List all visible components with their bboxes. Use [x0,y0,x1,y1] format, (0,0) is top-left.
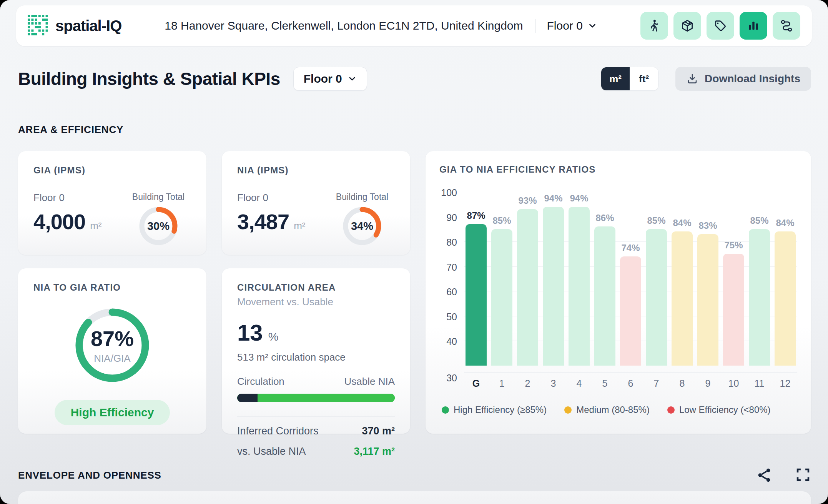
page-title: Building Insights & Spatial KPIs [18,68,280,89]
chart-bar [543,207,564,366]
nav-analytics-button[interactable] [740,12,767,40]
unit-toggle-m2[interactable]: m² [601,67,630,90]
building-address: 18 Hanover Square, Clerkenwell, London E… [165,19,523,32]
legend-item: Medium (80-85%) [564,404,650,415]
nav-routes-button[interactable] [773,12,800,40]
chart-bar [775,231,796,366]
circulation-bar-left-label: Circulation [237,376,284,388]
stat-label: vs. Usable NIA [237,446,306,457]
floor-dropdown-label: Floor 0 [304,72,342,85]
circulation-pct-unit: % [268,330,279,343]
circulation-description: 513 m² circulation space [237,351,395,363]
chart-bar [517,209,538,366]
x-axis-tick-label: G [466,378,487,389]
download-insights-label: Download Insights [705,73,800,85]
bar-value-label: 84% [776,218,794,228]
chart-bar-group: 74% [620,192,641,366]
box-3d-icon [680,19,694,33]
x-axis-tick-label: 3 [543,378,564,389]
chart-bar [697,234,718,366]
nia-building-total-donut: 34% [342,206,382,246]
chart-plot-area: 87%85%93%94%94%86%74%85%84%83%75%85%84% [464,192,797,366]
bar-value-label: 94% [570,193,588,204]
chart-bar [594,226,615,366]
ratio-card-title: NIA TO GIA RATIO [33,282,191,293]
share-button[interactable] [756,467,773,484]
nia-floor-label: Floor 0 [237,192,305,204]
title-row: Building Insights & Spatial KPIs Floor 0… [18,67,811,91]
legend-dot [667,406,675,414]
chart-bar-group: 85% [749,192,770,366]
app-window: spatial-IQ 18 Hanover Square, Clerkenwel… [0,0,828,504]
chart-x-axis: G123456789101112 [464,378,797,389]
y-axis-tick-label: 30 [446,373,457,384]
chart-bar-group: 86% [594,192,615,366]
x-axis-tick-label: 11 [749,378,770,389]
stat-row-inferred-corridors: Inferred Corridors 370 m² [237,425,395,437]
x-axis-tick-label: 10 [723,378,744,389]
chart-bar-group: 85% [491,192,512,366]
logo-text: spatial-IQ [55,17,121,35]
chart-bar [646,229,667,366]
circulation-card: CIRCULATION AREA Movement vs. Usable 13 … [222,268,410,434]
bar-value-label: 84% [673,218,691,228]
y-axis-tick-label: 40 [446,336,457,348]
legend-item: Low Efficiency (<80%) [667,404,771,415]
download-insights-button[interactable]: Download Insights [675,67,811,91]
gia-card: GIA (IPMS) Floor 0 4,000 m² Building Tot… [18,151,206,255]
chart-bar [569,207,590,366]
ratio-pct-value: 87% [91,326,134,351]
efficiency-chart-card: GIA TO NIA EFFICIENCY RATIOS 10090807060… [426,151,811,434]
stat-value: 370 m² [362,425,395,437]
chart-bar [749,229,770,366]
circulation-card-subtitle: Movement vs. Usable [237,296,395,308]
nia-card-title: NIA (IPMS) [237,165,395,176]
section-heading-area-efficiency: AREA & EFFICIENCY [18,124,811,136]
nav-tags-button[interactable] [707,12,734,40]
gia-floor-label: Floor 0 [33,192,101,204]
chart-bar-group: 87% [466,192,487,366]
bar-value-label: 83% [698,220,717,231]
y-axis-tick-label: 60 [446,287,457,298]
bar-value-label: 85% [750,215,768,226]
nia-building-total-label: Building Total [336,192,388,202]
header-floor-selector[interactable]: Floor 0 [547,19,597,32]
nia-unit: m² [294,220,305,232]
chevron-down-icon [587,21,597,31]
header-nav [640,12,800,40]
x-axis-tick-label: 12 [775,378,796,389]
x-axis-tick-label: 9 [697,378,718,389]
floor-dropdown-button[interactable]: Floor 0 [293,67,367,91]
x-axis-tick-label: 4 [569,378,590,389]
chart-y-axis: 10090807060504030 [439,192,459,366]
chart-legend: High Efficiency (≥85%)Medium (80-85%)Low… [439,404,797,415]
chart-bar-group: 94% [543,192,564,366]
walking-icon [647,19,661,33]
chevron-down-icon [347,74,357,83]
nia-value: 3,487 [237,209,289,234]
y-axis-tick-label: 100 [441,187,457,198]
x-axis-tick-label: 1 [491,378,512,389]
fullscreen-icon [795,467,811,483]
fullscreen-button[interactable] [795,467,811,484]
nav-walking-button[interactable] [640,12,668,40]
section-heading-envelope: ENVELOPE AND OPENNESS [18,469,161,481]
nav-3d-model-button[interactable] [673,12,701,40]
x-axis-tick-label: 2 [517,378,538,389]
chart-x-axis-line [464,372,797,373]
legend-label: High Efficiency (≥85%) [454,404,547,415]
top-bar: spatial-IQ 18 Hanover Square, Clerkenwel… [16,5,812,46]
gia-card-title: GIA (IPMS) [33,165,191,176]
envelope-card-partial [18,491,811,504]
x-axis-tick-label: 5 [594,378,615,389]
legend-item: High Efficiency (≥85%) [442,404,547,415]
chart-bar-group: 84% [672,192,693,366]
stat-value: 3,117 m² [354,446,395,457]
usable-nia-segment [258,394,395,402]
y-axis-tick-label: 50 [446,311,457,323]
unit-toggle-ft2[interactable]: ft² [630,67,658,90]
nia-gia-ratio-card: NIA TO GIA RATIO 87% NIA/GIA High Effici… [18,268,206,434]
x-axis-tick-label: 7 [646,378,667,389]
nia-gia-ratio-donut: 87% NIA/GIA [75,308,149,382]
chart-bar-group: 75% [723,192,744,366]
